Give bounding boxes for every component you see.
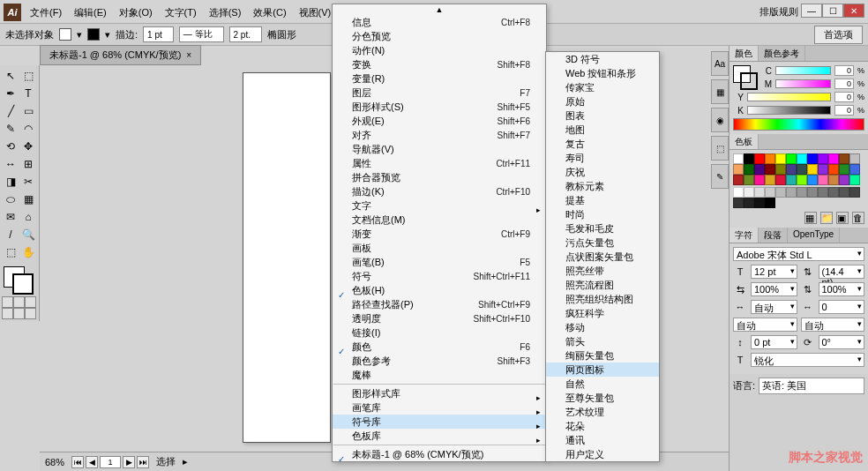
swatch[interactable] bbox=[839, 164, 849, 175]
last-icon[interactable]: ⏭ bbox=[137, 456, 149, 468]
submenu-item[interactable]: 3D 符号 bbox=[546, 52, 659, 66]
swatch[interactable] bbox=[828, 153, 839, 164]
swatch[interactable] bbox=[775, 164, 786, 175]
submenu-item[interactable]: 网页图标 bbox=[546, 363, 659, 377]
gray-swatch[interactable] bbox=[754, 187, 765, 198]
gray-swatch[interactable] bbox=[786, 187, 797, 198]
swatch[interactable] bbox=[807, 153, 818, 164]
tool-12[interactable]: ◨ bbox=[2, 173, 19, 191]
menu-item[interactable]: 文字 bbox=[333, 198, 546, 213]
swatch[interactable] bbox=[733, 153, 744, 164]
collapsed-panel-1[interactable]: ▦ bbox=[711, 79, 729, 104]
swatch[interactable] bbox=[754, 164, 765, 175]
antialias-select[interactable]: 锐化 bbox=[751, 353, 864, 367]
slider-value[interactable]: 0 bbox=[834, 78, 854, 89]
first-icon[interactable]: ⏮ bbox=[71, 456, 84, 468]
submenu-item[interactable]: 寿司 bbox=[546, 151, 659, 165]
tool-18[interactable]: / bbox=[2, 226, 19, 243]
spectrum-bar[interactable] bbox=[733, 118, 864, 131]
maximize-button[interactable]: ☐ bbox=[822, 4, 843, 18]
menu-item[interactable]: 画笔(B)F5 bbox=[333, 255, 546, 269]
submenu-item[interactable]: 图表 bbox=[546, 108, 659, 123]
swatch[interactable] bbox=[733, 164, 744, 175]
tab-swatches[interactable]: 色板 bbox=[730, 134, 759, 149]
scroll-up-icon[interactable]: ▲ bbox=[333, 4, 546, 15]
tab-color[interactable]: 颜色 bbox=[730, 46, 759, 61]
submenu-item[interactable]: 移动 bbox=[546, 320, 659, 334]
submenu-item[interactable]: 通讯 bbox=[546, 433, 659, 447]
color-slider[interactable] bbox=[747, 106, 831, 115]
submenu-item[interactable]: 箭头 bbox=[546, 334, 659, 348]
menu-item[interactable]: 符号Shift+Ctrl+F11 bbox=[333, 269, 546, 283]
submenu-item[interactable]: 传家宝 bbox=[546, 80, 659, 94]
menu-item[interactable]: 图层F7 bbox=[333, 86, 546, 100]
gray-swatch[interactable] bbox=[797, 187, 807, 198]
submenu-item[interactable]: 艺术纹理 bbox=[546, 405, 659, 419]
swatch[interactable] bbox=[797, 164, 807, 175]
tool-0[interactable]: ↖ bbox=[2, 67, 19, 85]
menu-item[interactable]: 颜色F6 bbox=[333, 340, 546, 354]
swatch[interactable] bbox=[765, 153, 775, 164]
swatch[interactable] bbox=[849, 164, 860, 175]
color-slider[interactable] bbox=[747, 93, 831, 101]
swatch[interactable] bbox=[839, 175, 849, 185]
kern-select[interactable]: 自动 bbox=[751, 300, 797, 314]
mode-0[interactable] bbox=[2, 296, 13, 308]
gray-swatch[interactable] bbox=[733, 198, 744, 208]
auto1-select[interactable]: 自动 bbox=[733, 318, 797, 332]
submenu-item[interactable]: 时尚 bbox=[546, 207, 659, 221]
prefs-button[interactable]: 首选项 bbox=[814, 26, 863, 44]
swatch[interactable] bbox=[807, 175, 818, 185]
swatch[interactable] bbox=[797, 175, 807, 185]
gray-swatch[interactable] bbox=[775, 187, 786, 198]
tool-2[interactable]: ✒ bbox=[2, 85, 19, 102]
track-select[interactable]: 0 bbox=[819, 300, 865, 314]
submenu-item[interactable]: 点状图案矢量包 bbox=[546, 250, 659, 264]
swatch[interactable] bbox=[818, 175, 828, 185]
swatch[interactable] bbox=[733, 175, 744, 185]
submenu-item[interactable]: 绚丽矢量包 bbox=[546, 348, 659, 363]
prev-icon[interactable]: ◀ bbox=[86, 456, 98, 468]
menu-3[interactable]: 文字(T) bbox=[160, 4, 202, 21]
swatch[interactable] bbox=[839, 153, 849, 164]
menu-item[interactable]: 动作(N) bbox=[333, 43, 546, 57]
menu-item[interactable]: 属性Ctrl+F11 bbox=[333, 156, 546, 170]
tool-7[interactable]: ◠ bbox=[19, 120, 37, 138]
fill-swatch[interactable] bbox=[59, 28, 71, 41]
menu-item[interactable]: 变换Shift+F8 bbox=[333, 57, 546, 71]
submenu-item[interactable]: 疯狂科学 bbox=[546, 306, 659, 320]
vscale-select[interactable]: 100% bbox=[819, 282, 865, 296]
page-number[interactable]: 1 bbox=[100, 456, 121, 468]
menu-6[interactable]: 视图(V) bbox=[294, 4, 337, 21]
tool-1[interactable]: ⬚ bbox=[19, 67, 37, 85]
menu-item[interactable]: 图形样式库 bbox=[333, 386, 546, 400]
gray-swatch[interactable] bbox=[839, 187, 849, 198]
stroke-box[interactable] bbox=[12, 273, 34, 295]
swatch[interactable] bbox=[744, 164, 754, 175]
tool-10[interactable]: ↔ bbox=[2, 155, 19, 173]
stroke-weight-select[interactable]: 1 pt bbox=[143, 26, 174, 42]
submenu-item[interactable]: 复古 bbox=[546, 137, 659, 151]
next-icon[interactable]: ▶ bbox=[123, 456, 135, 468]
auto2-select[interactable]: 自动 bbox=[801, 318, 865, 332]
menu-item[interactable]: 导航器(V) bbox=[333, 142, 546, 156]
swatch[interactable] bbox=[765, 164, 775, 175]
slider-value[interactable]: 0 bbox=[834, 105, 854, 116]
menu-1[interactable]: 编辑(E) bbox=[69, 4, 112, 21]
tool-3[interactable]: T bbox=[19, 85, 37, 102]
tool-14[interactable]: ⬭ bbox=[2, 191, 19, 208]
tool-11[interactable]: ⊞ bbox=[19, 155, 37, 173]
slider-value[interactable]: 0 bbox=[834, 65, 854, 76]
gray-swatch[interactable] bbox=[754, 198, 765, 208]
tool-8[interactable]: ⟲ bbox=[2, 138, 19, 155]
submenu-item[interactable]: Web 按钮和条形 bbox=[546, 66, 659, 80]
menu-item[interactable]: 颜色参考Shift+F3 bbox=[333, 354, 546, 368]
tool-15[interactable]: ▦ bbox=[19, 191, 37, 208]
hscale-select[interactable]: 100% bbox=[751, 282, 797, 296]
stroke-preview[interactable] bbox=[740, 72, 758, 90]
swatch[interactable] bbox=[775, 153, 786, 164]
swatch[interactable] bbox=[754, 175, 765, 185]
menu-0[interactable]: 文件(F) bbox=[25, 4, 67, 21]
minimize-button[interactable]: — bbox=[801, 4, 822, 18]
swatch[interactable] bbox=[828, 175, 839, 185]
